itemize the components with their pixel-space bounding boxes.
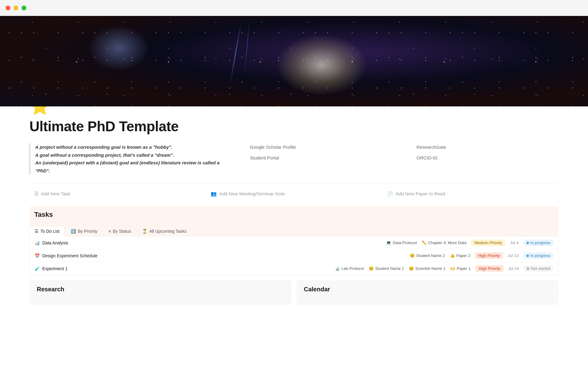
todo-icon: ☰ xyxy=(35,229,39,234)
tab-upcoming-label: All Upcoming Tasks xyxy=(149,229,187,234)
task-paper2: 👍 Paper 2 xyxy=(450,253,470,258)
quote-line-2: A goal without a corresponding project, … xyxy=(35,151,232,159)
link-student-portal[interactable]: Student Portal xyxy=(250,154,392,162)
status-badge-in-progress-1: In progress xyxy=(523,240,553,246)
date-experiment1: Jul 24 xyxy=(508,266,519,271)
window-chrome xyxy=(0,0,588,16)
task-name-experiment1: 🧪 Experiment 1 xyxy=(35,266,111,271)
add-task-button[interactable]: ☰ Add New Task xyxy=(29,188,206,199)
status-dot-blue-2 xyxy=(526,255,529,257)
protocol-icon: 💻 xyxy=(386,240,391,245)
meeting-icon: 👥 xyxy=(211,191,217,197)
task-icon-experiment1: 🧪 xyxy=(35,266,40,271)
task-meta-data-analysis: 💻 Data Protocol ✏️ Chapter 4: More Data … xyxy=(115,240,553,246)
glow-decoration xyxy=(276,34,368,96)
tasks-tabs: ☰ To Do List ℹ️ By Priority ≡ By Status … xyxy=(29,223,559,236)
paper1-icon: 🙌 xyxy=(450,266,455,271)
tab-all-upcoming[interactable]: ⏳ All Upcoming Tasks xyxy=(137,226,191,236)
tab-by-status[interactable]: ≡ By Status xyxy=(104,226,136,236)
table-row[interactable]: 📊 Data Analysis 💻 Data Protocol ✏️ Chapt… xyxy=(30,236,558,249)
task-name-design-experiment: 📅 Design Experiment Schedule xyxy=(35,253,111,258)
add-meeting-button[interactable]: 👥 Add New Meeting/Seminar Note xyxy=(206,188,382,199)
priority-badge-high-1: High Priority xyxy=(475,252,503,259)
action-row: ☰ Add New Task 👥 Add New Meeting/Seminar… xyxy=(29,183,559,204)
research-section: Research xyxy=(29,280,292,305)
student1-label: Student Name 1 xyxy=(375,266,404,271)
date-data-analysis: Jul 4 xyxy=(510,240,518,245)
tasks-section-header: Tasks xyxy=(29,206,559,223)
priority-badge-high-2: High Priority xyxy=(476,265,503,272)
status-icon: ≡ xyxy=(108,229,111,234)
tab-priority-label: By Priority xyxy=(78,229,97,234)
status-label-3: Not started xyxy=(531,266,550,271)
quote-line-1: A project without a corresponding goal i… xyxy=(35,143,232,151)
task-icon-data-analysis: 📊 xyxy=(35,240,40,245)
status-dot-gray xyxy=(527,267,529,270)
maximize-button[interactable] xyxy=(21,6,26,10)
tab-status-label: By Status xyxy=(113,229,131,234)
quote-block: A project without a corresponding goal i… xyxy=(29,143,232,174)
quote-line-3: An (underpaid) project with a (distant) … xyxy=(35,159,232,174)
hero-image xyxy=(0,16,588,106)
link-orcid[interactable]: ORCID-ID xyxy=(417,154,559,162)
status-label-1: In progress xyxy=(530,240,550,245)
task-protocol-data-analysis: 💻 Data Protocol xyxy=(386,240,417,245)
research-section-title: Research xyxy=(37,286,64,293)
tasks-section: Tasks ☰ To Do List ℹ️ By Priority ≡ By S… xyxy=(29,206,559,275)
student1-icon: 😊 xyxy=(369,266,374,271)
tab-by-priority[interactable]: ℹ️ By Priority xyxy=(66,226,102,236)
link-researchgate[interactable]: ResearchGate xyxy=(417,143,559,151)
task-icon: ☰ xyxy=(34,191,39,197)
paper1-label: Paper 1 xyxy=(457,266,471,271)
chapter-icon: ✏️ xyxy=(422,240,427,245)
paper-icon: 📄 xyxy=(387,191,393,197)
task-label-data-analysis: Data Analysis xyxy=(42,240,68,245)
priority-icon: ℹ️ xyxy=(71,229,76,234)
student2-icon: 😊 xyxy=(410,253,415,258)
table-row[interactable]: 🧪 Experiment 1 🔬 Lab Protocol 😊 Student … xyxy=(30,262,558,275)
glow2-decoration xyxy=(88,25,149,71)
page-title: Ultimate PhD Template xyxy=(29,118,559,135)
bottom-sections: Research Calendar xyxy=(29,280,559,305)
status-badge-in-progress-2: In progress xyxy=(523,252,553,259)
scientist1-icon: 😊 xyxy=(409,266,414,271)
calendar-section: Calendar xyxy=(296,280,559,305)
task-student1: 😊 Student Name 1 xyxy=(369,266,404,271)
task-lab-protocol: 🔬 Lab Protocol xyxy=(335,266,364,271)
status-dot-blue-1 xyxy=(526,242,529,244)
chapter-label: Chapter 4: More Data xyxy=(428,240,466,245)
date-design-experiment: Jul 13 xyxy=(508,253,518,258)
tasks-section-title: Tasks xyxy=(34,211,53,218)
tasks-table: 📊 Data Analysis 💻 Data Protocol ✏️ Chapt… xyxy=(29,236,559,275)
task-meta-design-experiment: 😊 Student Name 2 👍 Paper 2 High Priority… xyxy=(115,252,553,259)
tab-todo-label: To Do List xyxy=(40,229,59,234)
scientist1-label: Scientist Name 1 xyxy=(415,266,445,271)
minimize-button[interactable] xyxy=(13,6,18,10)
add-task-label: Add New Task xyxy=(41,191,70,196)
student2-label: Student Name 2 xyxy=(416,253,445,258)
lab-icon: 🔬 xyxy=(335,266,340,271)
task-paper1: 🙌 Paper 1 xyxy=(450,266,471,271)
lab-label: Lab Protocol xyxy=(341,266,364,271)
add-paper-label: Add New Paper to Read xyxy=(396,191,445,196)
task-name-data-analysis: 📊 Data Analysis xyxy=(35,240,111,245)
tab-todo-list[interactable]: ☰ To Do List xyxy=(29,226,65,236)
task-scientist1: 😊 Scientist Name 1 xyxy=(409,266,445,271)
link-google-scholar[interactable]: Google Scholar Profile xyxy=(250,143,392,151)
calendar-section-title: Calendar xyxy=(304,286,330,293)
content-row: A project without a corresponding goal i… xyxy=(29,143,559,174)
close-button[interactable] xyxy=(6,6,10,10)
task-label-design-experiment: Design Experiment Schedule xyxy=(42,253,98,258)
task-chapter-data-analysis: ✏️ Chapter 4: More Data xyxy=(422,240,466,245)
task-icon-design-experiment: 📅 xyxy=(35,253,40,258)
task-meta-experiment1: 🔬 Lab Protocol 😊 Student Name 1 😊 Scient… xyxy=(115,265,553,272)
upcoming-icon: ⏳ xyxy=(142,229,147,234)
status-badge-not-started: Not started xyxy=(524,265,553,272)
paper2-label: Paper 2 xyxy=(456,253,470,258)
add-meeting-label: Add New Meeting/Seminar Note xyxy=(219,191,285,196)
priority-badge-medium: Medium Priority xyxy=(471,240,505,246)
status-label-2: In progress xyxy=(530,253,550,258)
page-content: ⭐ Ultimate PhD Template A project withou… xyxy=(0,98,588,305)
table-row[interactable]: 📅 Design Experiment Schedule 😊 Student N… xyxy=(30,249,558,262)
add-paper-button[interactable]: 📄 Add New Paper to Read xyxy=(382,188,559,199)
